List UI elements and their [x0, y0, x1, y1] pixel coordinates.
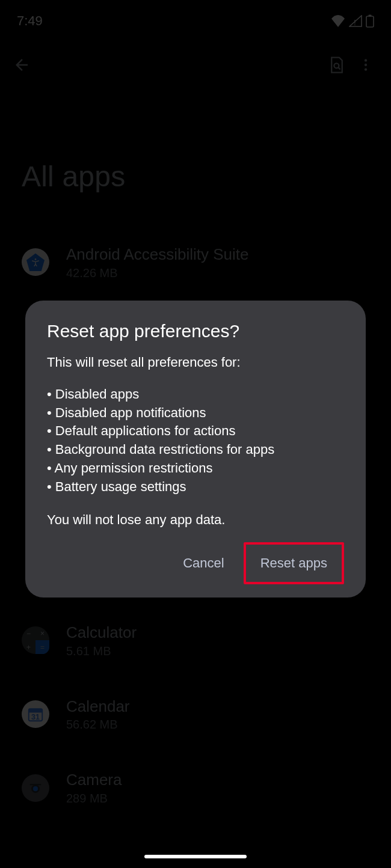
dialog-bullet: Disabled app notifications: [47, 404, 344, 423]
dialog-title: Reset app preferences?: [47, 321, 344, 341]
dialog-bullet: Any permission restrictions: [47, 459, 344, 478]
dialog-body: This will reset all preferences for: Dis…: [47, 353, 344, 529]
dialog-scrim[interactable]: Reset app preferences? This will reset a…: [0, 0, 391, 868]
dialog-bullet: Background data restrictions for apps: [47, 441, 344, 459]
reset-preferences-dialog: Reset app preferences? This will reset a…: [25, 301, 366, 598]
dialog-outro: You will not lose any app data.: [47, 511, 344, 530]
reset-apps-button[interactable]: Reset apps: [247, 547, 340, 579]
dialog-intro: This will reset all preferences for:: [47, 353, 344, 372]
highlight-annotation: Reset apps: [244, 542, 344, 584]
dialog-bullet-list: Disabled apps Disabled app notifications…: [47, 385, 344, 497]
dialog-bullet: Default applications for actions: [47, 422, 344, 441]
dialog-actions: Cancel Reset apps: [47, 542, 344, 584]
dialog-bullet: Battery usage settings: [47, 478, 344, 497]
cancel-button[interactable]: Cancel: [170, 547, 237, 579]
dialog-bullet: Disabled apps: [47, 385, 344, 404]
gesture-nav-handle[interactable]: [144, 855, 247, 858]
